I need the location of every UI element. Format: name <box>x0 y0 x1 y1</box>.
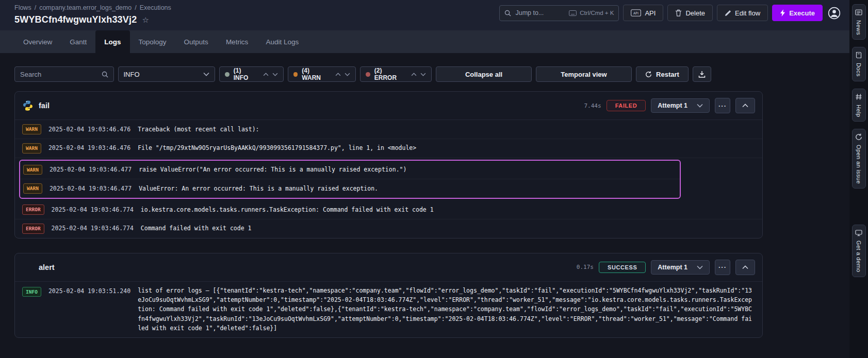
jump-to-placeholder: Jump to... <box>515 9 565 16</box>
log-row: ERROR 2025-02-04 19:03:46.774 Command fa… <box>15 219 762 238</box>
keyboard-icon <box>569 10 577 16</box>
collapse-all-button[interactable]: Collapse all <box>436 66 532 82</box>
log-timestamp: 2025-02-04 19:03:51.240 <box>48 287 130 296</box>
search-input-placeholder: Search <box>20 71 41 78</box>
task-card-header: alert 0.17s SUCCESS Attempt 1 ··· <box>15 253 762 281</box>
breadcrumb-executions[interactable]: Executions <box>140 4 171 11</box>
task-collapse-button[interactable] <box>735 260 755 275</box>
app-root: Flows / company.team.error_logs_demo / E… <box>0 0 868 358</box>
log-row: INFO 2025-02-04 19:03:51.240 list of err… <box>15 282 762 337</box>
chevron-down-icon[interactable] <box>345 73 350 76</box>
task-more-button[interactable]: ··· <box>715 98 730 113</box>
chip-arrows <box>263 73 278 76</box>
log-timestamp: 2025-02-04 19:03:46.476 <box>48 125 130 134</box>
log-level-selected-value: INFO <box>124 71 140 78</box>
log-timestamp: 2025-02-04 19:03:46.477 <box>50 184 132 193</box>
edit-flow-button[interactable]: Edit flow <box>717 5 768 21</box>
rail-get-a-demo-button[interactable]: Get a demo <box>852 225 866 277</box>
level-chip-info[interactable]: (1) INFO <box>219 66 284 82</box>
rail-help-button[interactable]: Help <box>852 89 866 122</box>
api-icon: API <box>631 9 641 16</box>
rail-open-issue-button[interactable]: Open an issue <box>852 129 866 189</box>
tab-topology[interactable]: Topology <box>130 30 175 53</box>
chevron-up-icon[interactable] <box>335 73 341 76</box>
temporal-view-button[interactable]: Temporal view <box>536 66 632 82</box>
python-icon <box>22 100 34 111</box>
log-message: io.kestra.core.models.tasks.runners.Task… <box>141 206 434 214</box>
log-timestamp: 2025-02-04 19:03:46.476 <box>48 144 130 152</box>
log-timestamp: 2025-02-04 19:03:46.774 <box>52 224 134 233</box>
task-more-button[interactable]: ··· <box>715 260 730 275</box>
status-badge: SUCCESS <box>599 262 646 273</box>
level-chip-warn[interactable]: (4) WARN <box>288 66 356 82</box>
breadcrumb-separator: / <box>35 4 36 11</box>
attempt-select[interactable]: Attempt 1 <box>651 260 710 275</box>
log-level-badge: INFO <box>22 287 41 297</box>
breadcrumb-separator: / <box>135 4 136 11</box>
info-level-dot <box>225 72 230 77</box>
breadcrumb-flows[interactable]: Flows <box>14 4 31 11</box>
log-message: Traceback (most recent call last): <box>138 125 259 134</box>
chevron-down-icon[interactable] <box>420 73 426 76</box>
tab-gantt[interactable]: Gantt <box>61 30 95 53</box>
lightning-icon <box>780 9 785 16</box>
tab-logs[interactable]: Logs <box>95 30 129 53</box>
log-message: raise ValueError("An error occurred: Thi… <box>139 165 406 174</box>
log-level-badge: WARN <box>23 165 42 175</box>
level-chip-error[interactable]: (2) ERROR <box>360 66 432 82</box>
log-message: list of error logs — [{"tenantId":"kestr… <box>138 286 755 333</box>
rail-docs-button[interactable]: Docs <box>852 47 866 81</box>
jump-to-search[interactable]: Jump to... Ctrl/Cmd + K <box>499 5 619 21</box>
user-avatar[interactable] <box>827 6 841 20</box>
download-icon <box>698 71 706 78</box>
api-button[interactable]: API API <box>623 5 663 21</box>
log-message: ValueError: An error occurred: This is a… <box>139 184 378 193</box>
favorite-star-icon[interactable]: ☆ <box>142 15 149 25</box>
log-message: Command failed with exit code 1 <box>141 224 252 233</box>
attempt-select[interactable]: Attempt 1 <box>651 98 710 113</box>
help-icon <box>855 93 862 100</box>
highlighted-log-group: WARN 2025-02-04 19:03:46.477 raise Value… <box>19 160 681 199</box>
trash-icon <box>675 9 682 16</box>
log-level-select[interactable]: INFO <box>118 66 216 82</box>
chevron-up-icon <box>742 265 748 269</box>
tab-audit-logs[interactable]: Audit Logs <box>257 30 307 53</box>
log-level-badge: WARN <box>23 183 42 194</box>
chevron-down-icon[interactable] <box>272 73 278 76</box>
task-name: fail <box>39 101 50 110</box>
rail-news-button[interactable]: News <box>852 4 866 40</box>
tab-outputs[interactable]: Outputs <box>175 30 217 53</box>
get-a-demo-icon <box>855 229 862 236</box>
chip-arrows <box>335 73 350 76</box>
download-logs-button[interactable] <box>693 66 711 82</box>
status-badge: FAILED <box>607 100 646 111</box>
task-duration: 7.44s <box>584 103 601 109</box>
task-duration: 0.17s <box>577 264 594 270</box>
delete-button[interactable]: Delete <box>667 5 713 21</box>
restart-button[interactable]: Restart <box>636 66 689 82</box>
task-collapse-button[interactable] <box>735 98 755 113</box>
task-card-header: fail 7.44s FAILED Attempt 1 ··· <box>15 92 762 120</box>
task-header-controls: 7.44s FAILED Attempt 1 ··· <box>584 98 756 113</box>
chevron-up-icon[interactable] <box>263 73 269 76</box>
log-row: WARN 2025-02-04 19:03:46.476 Traceback (… <box>15 120 762 139</box>
tab-metrics[interactable]: Metrics <box>217 30 257 53</box>
log-level-badge: WARN <box>22 124 41 134</box>
news-icon <box>855 9 862 16</box>
log-timestamp: 2025-02-04 19:03:46.774 <box>52 206 134 214</box>
chevron-up-icon[interactable] <box>411 73 417 76</box>
top-controls: Jump to... Ctrl/Cmd + K API API <box>499 5 841 21</box>
task-card-fail: fail 7.44s FAILED Attempt 1 ··· <box>14 91 763 238</box>
search-input[interactable]: Search <box>14 66 114 82</box>
open-issue-icon <box>855 133 862 141</box>
execute-button[interactable]: Execute <box>772 5 823 21</box>
restart-icon <box>645 71 652 78</box>
log-level-badge: ERROR <box>22 204 44 215</box>
tab-overview[interactable]: Overview <box>14 30 61 53</box>
error-level-dot <box>366 72 370 77</box>
breadcrumb-namespace[interactable]: company.team.error_logs_demo <box>39 4 132 11</box>
warn-level-dot <box>293 72 298 77</box>
search-icon <box>504 10 511 16</box>
log-list: INFO 2025-02-04 19:03:51.240 list of err… <box>15 281 762 337</box>
task-name: alert <box>39 263 55 271</box>
